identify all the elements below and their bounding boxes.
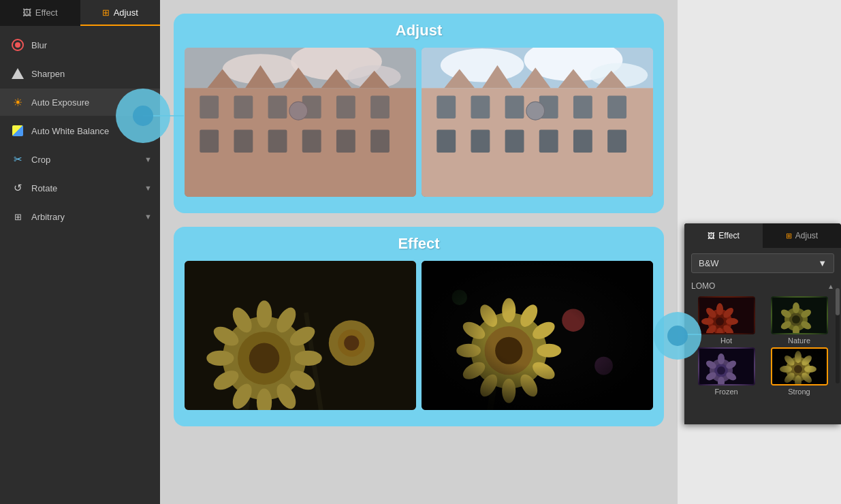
svg-rect-41: [505, 95, 524, 118]
svg-rect-49: [573, 130, 592, 153]
thumb-frozen-label: Frozen: [714, 388, 737, 396]
effect-image-right: [422, 261, 653, 410]
svg-rect-46: [471, 130, 490, 153]
adjust-tab-icon: ⊞: [102, 7, 110, 18]
arbitrary-arrow-icon: ▼: [144, 212, 152, 221]
thumb-frozen-image: [698, 347, 755, 385]
thumbnail-nature[interactable]: Nature: [764, 296, 834, 345]
effect-panel-images: [185, 261, 653, 410]
crop-arrow-icon: ▼: [144, 155, 152, 163]
blur-icon: [11, 38, 25, 52]
sharpen-label: Sharpen: [31, 69, 65, 79]
sidebar-item-rotate[interactable]: ↺ Rotate ▼: [0, 174, 160, 202]
tooltip-bubble-right: [654, 312, 701, 360]
mini-tab-effect-label: Effect: [718, 231, 739, 240]
sidebar-item-blur[interactable]: Blur: [0, 31, 160, 59]
adjust-image-right: [422, 48, 653, 197]
sidebar-tabs: 🖼 Effect ⊞ Adjust: [0, 0, 160, 26]
adjust-image-left: [185, 48, 416, 197]
effect-image-left: [185, 261, 416, 410]
thumb-hot-label: Hot: [720, 336, 732, 345]
svg-rect-40: [471, 95, 490, 118]
lomo-header: LOMO ▲: [684, 279, 841, 294]
sidebar-tab-effect-label: Effect: [35, 7, 58, 18]
svg-rect-94: [422, 261, 653, 410]
sidebar-item-crop[interactable]: ✂ Crop ▼: [0, 146, 160, 173]
main-content: Adjust: [160, 0, 678, 504]
lomo-collapse-button[interactable]: ▲: [827, 283, 834, 290]
svg-point-73: [344, 335, 359, 350]
sharpen-icon: [11, 67, 25, 80]
svg-rect-45: [437, 130, 456, 153]
thumbnails-grid: Hot Nature: [684, 294, 841, 398]
auto-wb-label: Auto White Balance: [31, 126, 109, 136]
thumbnail-frozen[interactable]: Frozen: [691, 347, 761, 396]
crop-label: Crop: [31, 155, 50, 165]
tooltip-inner-right: [667, 326, 688, 346]
adjust-panel-title: Adjust: [185, 22, 653, 40]
mini-dropdown-arrow-icon: ▼: [818, 258, 827, 268]
rotate-label: Rotate: [31, 183, 57, 193]
mini-tab-effect[interactable]: 🖼 Effect: [684, 223, 763, 248]
svg-rect-43: [573, 95, 592, 118]
effect-panel-title: Effect: [185, 235, 653, 253]
exposure-icon: ☀: [11, 95, 25, 109]
thumb-strong-image: [771, 347, 828, 385]
svg-point-30: [441, 48, 524, 82]
svg-rect-50: [607, 130, 626, 153]
svg-rect-129: [699, 349, 755, 385]
svg-rect-27: [185, 48, 416, 197]
mini-panel: 🖼 Effect ⊞ Adjust B&W ▼ LOMO ▲: [684, 223, 841, 424]
thumb-nature-label: Nature: [788, 336, 810, 345]
arbitrary-icon: ⊞: [11, 210, 25, 223]
auto-exposure-label: Auto Exposure: [31, 97, 89, 108]
svg-point-1: [15, 42, 20, 48]
scrollbar-thumb[interactable]: [836, 288, 840, 315]
mini-tab-adjust-label: Adjust: [795, 231, 818, 240]
wb-icon: [11, 124, 25, 138]
adjust-panel: Adjust: [174, 14, 664, 213]
svg-rect-70: [185, 261, 416, 410]
thumb-nature-image: [771, 296, 828, 334]
svg-rect-39: [437, 95, 456, 118]
effect-tab-icon: 🖼: [22, 7, 31, 18]
tooltip-inner-left: [133, 106, 153, 126]
mini-dropdown[interactable]: B&W ▼: [691, 253, 834, 273]
mini-panel-tabs: 🖼 Effect ⊞ Adjust: [684, 223, 841, 248]
svg-rect-107: [699, 298, 755, 334]
sidebar-tab-effect[interactable]: 🖼 Effect: [0, 0, 80, 26]
adjust-panel-images: [185, 48, 653, 197]
mini-panel-scrollbar[interactable]: [836, 288, 840, 383]
svg-rect-44: [607, 95, 626, 118]
svg-rect-47: [505, 130, 524, 153]
rotate-icon: ↺: [11, 181, 25, 195]
thumb-strong-label: Strong: [788, 388, 810, 396]
mini-tab-adjust[interactable]: ⊞ Adjust: [763, 223, 841, 248]
sidebar-tab-adjust[interactable]: ⊞ Adjust: [80, 0, 161, 26]
svg-rect-48: [539, 130, 558, 153]
mini-dropdown-value: B&W: [699, 258, 719, 268]
tooltip-bubble-left: [116, 89, 170, 143]
svg-marker-2: [12, 68, 24, 79]
sidebar: 🖼 Effect ⊞ Adjust Blur S: [0, 0, 160, 504]
blur-label: Blur: [31, 40, 47, 50]
mini-adjust-icon: ⊞: [786, 232, 792, 240]
sidebar-tab-adjust-label: Adjust: [114, 7, 138, 18]
svg-point-51: [526, 101, 545, 120]
sidebar-item-arbitrary[interactable]: ⊞ Arbitrary ▼: [0, 203, 160, 230]
arbitrary-label: Arbitrary: [31, 212, 65, 222]
thumbnail-hot[interactable]: Hot: [691, 296, 761, 345]
thumbnail-strong[interactable]: Strong: [764, 347, 834, 396]
sidebar-item-sharpen[interactable]: Sharpen: [0, 60, 160, 87]
lomo-section-label: LOMO: [691, 281, 715, 291]
mini-effect-icon: 🖼: [708, 232, 715, 240]
svg-rect-118: [772, 298, 828, 334]
effect-panel: Effect: [174, 227, 664, 426]
crop-icon: ✂: [11, 153, 25, 166]
thumb-hot-image: [698, 296, 755, 334]
svg-rect-142: [772, 349, 828, 385]
rotate-arrow-icon: ▼: [144, 184, 152, 192]
